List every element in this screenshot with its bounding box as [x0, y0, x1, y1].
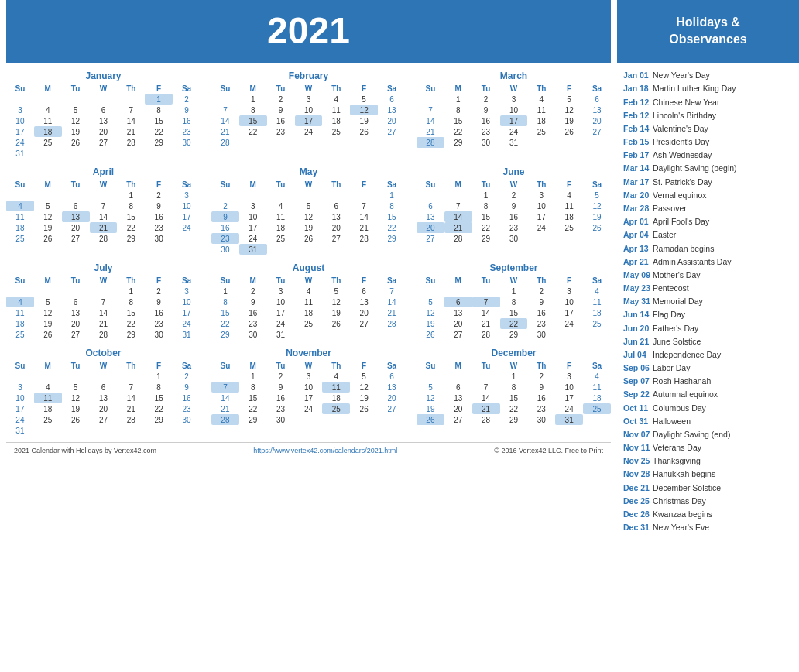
table-cell: 7 — [472, 297, 500, 307]
table-cell: 27 — [62, 233, 90, 244]
table-cell: 21 — [350, 222, 378, 233]
table-cell: 4 — [6, 297, 34, 307]
table-cell: 27 — [444, 414, 472, 425]
table-cell — [117, 94, 145, 105]
table-cell: 20 — [62, 222, 90, 233]
dow-su: Su — [6, 361, 34, 371]
table-cell — [322, 414, 350, 425]
months-grid: January Su M Tu W Th F Sa — [6, 70, 611, 436]
table-cell: 25 — [583, 318, 611, 329]
table-cell: 16 — [145, 211, 173, 222]
table-cell: 8 — [117, 201, 145, 211]
table-cell: 19 — [555, 115, 583, 126]
table-cell: 3 — [6, 382, 34, 393]
table-cell: 22 — [145, 403, 173, 414]
table-cell — [444, 286, 472, 297]
table-cell: 19 — [350, 115, 378, 126]
table-cell — [117, 425, 145, 436]
table-cell: 20 — [417, 222, 444, 233]
table-cell: 22 — [239, 126, 267, 137]
table-cell: 7 — [444, 201, 472, 211]
table-cell: 22 — [117, 222, 145, 233]
dow-f: F — [555, 361, 583, 371]
holiday-item: Feb 12Lincoln's Birthday — [623, 108, 793, 122]
table-cell: 4 — [6, 201, 34, 211]
table-cell: 10 — [527, 201, 555, 211]
table-cell: 24 — [555, 318, 583, 329]
table-cell: 11 — [322, 105, 350, 115]
table-cell: 23 — [472, 126, 500, 137]
table-cell: 20 — [350, 307, 378, 318]
table-cell: 11 — [322, 382, 350, 393]
holiday-name: Mother's Day — [653, 269, 701, 280]
month-table-december: Su M Tu W Th F Sa 1 2 3 — [417, 361, 611, 425]
holiday-date: Apr 13 — [623, 243, 653, 254]
table-cell — [527, 137, 555, 148]
table-cell: 22 — [239, 403, 267, 414]
table-cell: 17 — [500, 115, 528, 126]
table-cell: 17 — [173, 211, 201, 222]
dow-w: W — [295, 276, 323, 286]
month-title-november: November — [211, 348, 406, 358]
table-cell: 3 — [500, 94, 528, 105]
table-cell: 16 — [239, 307, 267, 318]
table-cell: 20 — [583, 115, 611, 126]
table-cell: 17 — [6, 403, 34, 414]
table-cell: 9 — [267, 382, 295, 393]
table-cell: 23 — [267, 126, 295, 137]
table-cell — [555, 329, 583, 340]
dow-th: Th — [117, 276, 145, 286]
table-cell: 20 — [444, 403, 472, 414]
table-cell: 19 — [322, 307, 350, 318]
table-cell: 5 — [350, 94, 378, 105]
table-cell: 29 — [117, 233, 145, 244]
holiday-date: Apr 21 — [623, 256, 653, 267]
table-cell: 25 — [555, 222, 583, 233]
table-cell: 1 — [145, 94, 173, 105]
table-cell — [62, 286, 90, 297]
table-cell: 30 — [527, 329, 555, 340]
holiday-name: Labor Day — [653, 362, 690, 373]
month-table-july: Su M Tu W Th F Sa 1 2 — [6, 276, 201, 340]
holiday-date: May 09 — [623, 269, 653, 280]
table-cell: 10 — [555, 382, 583, 393]
month-title-september: September — [417, 262, 611, 273]
table-cell: 4 — [34, 105, 62, 115]
table-cell — [34, 425, 62, 436]
table-cell: 14 — [378, 297, 406, 307]
month-title-december: December — [417, 348, 611, 358]
table-cell: 15 — [500, 307, 528, 318]
table-cell: 22 — [378, 222, 406, 233]
dow-th: Th — [117, 180, 145, 190]
table-cell: 23 — [527, 403, 555, 414]
holiday-name: April Fool's Day — [653, 216, 709, 227]
table-cell: 1 — [472, 190, 500, 201]
table-cell: 29 — [500, 329, 528, 340]
table-cell: 4 — [34, 382, 62, 393]
table-cell: 3 — [555, 371, 583, 382]
dow-f: F — [555, 180, 583, 190]
month-table-june: Su M Tu W Th F Sa 1 2 3 4 — [417, 180, 611, 244]
table-cell: 15 — [472, 211, 500, 222]
table-cell: 16 — [173, 393, 201, 403]
table-cell: 4 — [527, 94, 555, 105]
table-cell: 17 — [239, 222, 267, 233]
table-cell: 1 — [211, 286, 239, 297]
table-cell: 8 — [239, 105, 267, 115]
table-cell: 23 — [145, 222, 173, 233]
table-cell: 11 — [583, 382, 611, 393]
holiday-list: Jan 01New Year's DayJan 18Martin Luther … — [617, 67, 799, 536]
holiday-item: Feb 17Ash Wednesday — [623, 149, 793, 162]
table-cell — [90, 190, 118, 201]
table-cell: 20 — [90, 126, 118, 137]
table-cell: 7 — [117, 382, 145, 393]
table-cell: 18 — [34, 403, 62, 414]
table-cell: 22 — [472, 222, 500, 233]
table-cell: 25 — [322, 403, 350, 414]
holiday-name: Flag Day — [653, 309, 685, 320]
holiday-date: Jan 01 — [623, 70, 653, 81]
holiday-name: Memorial Day — [653, 296, 703, 307]
table-cell: 13 — [417, 211, 444, 222]
holiday-name: St. Patrick's Day — [653, 177, 712, 187]
month-may: May Su M Tu W Th F Sa — [211, 166, 406, 255]
